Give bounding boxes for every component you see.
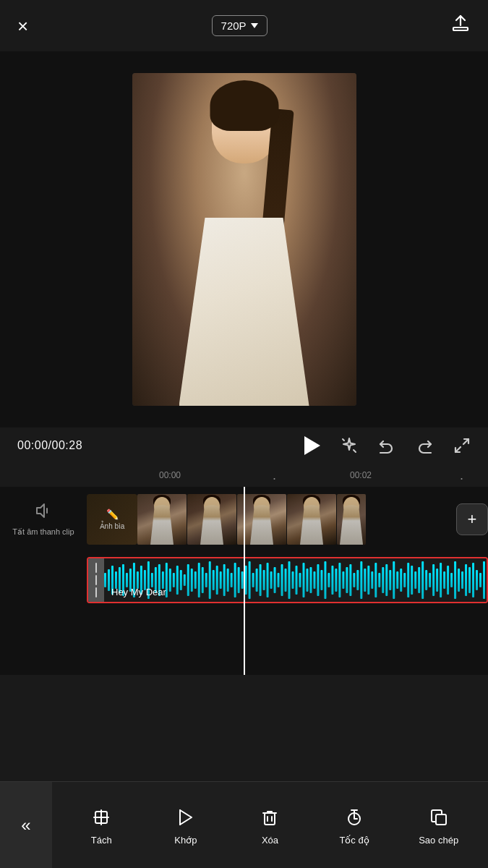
svg-rect-103 [447, 566, 449, 595]
svg-line-3 [343, 439, 344, 441]
back-button[interactable]: « [0, 782, 52, 868]
svg-rect-49 [252, 573, 254, 587]
audio-track[interactable]: Hey My Dear [87, 557, 488, 603]
svg-rect-111 [476, 570, 478, 590]
speed-icon-wrapper [344, 804, 364, 830]
frame-hair-4 [303, 495, 320, 506]
magic-button[interactable] [341, 437, 358, 454]
svg-rect-93 [411, 566, 413, 595]
redo-button[interactable] [416, 437, 433, 454]
tocdo-label: Tốc độ [339, 835, 369, 846]
handle-line-3 [95, 587, 97, 597]
svg-rect-101 [440, 563, 442, 597]
svg-rect-64 [306, 569, 308, 592]
frame-body-4 [297, 505, 326, 545]
svg-rect-52 [263, 570, 265, 590]
fullscreen-icon [453, 437, 471, 454]
svg-rect-90 [400, 569, 402, 592]
svg-marker-117 [180, 810, 192, 825]
frame-hair-2 [203, 495, 221, 506]
svg-rect-77 [353, 573, 355, 587]
svg-rect-71 [331, 566, 333, 595]
svg-rect-82 [371, 571, 373, 589]
svg-rect-54 [270, 571, 273, 589]
svg-rect-113 [483, 561, 485, 599]
svg-rect-86 [385, 564, 388, 596]
svg-rect-32 [191, 569, 193, 592]
add-icon: + [468, 511, 477, 527]
copy-icon-wrapper [429, 804, 449, 830]
svg-rect-58 [285, 569, 287, 592]
match-icon [176, 807, 196, 827]
svg-rect-119 [265, 813, 275, 825]
svg-rect-102 [443, 571, 445, 589]
quality-selector[interactable]: 720P [212, 15, 267, 36]
upload-button[interactable] [450, 13, 471, 38]
copy-icon [429, 807, 449, 827]
audio-waveform-area: Hey My Dear [104, 558, 487, 602]
svg-rect-95 [418, 567, 420, 593]
svg-rect-63 [302, 563, 304, 597]
mute-track-left: Tất âm thanh clip [0, 501, 87, 537]
photo-background [132, 73, 356, 406]
svg-rect-89 [396, 571, 398, 589]
svg-line-2 [354, 450, 356, 452]
svg-rect-80 [364, 569, 366, 592]
audio-track-handle [88, 558, 104, 602]
svg-rect-28 [176, 566, 179, 595]
svg-rect-27 [173, 573, 175, 587]
hair-shape [210, 80, 278, 131]
fullscreen-button[interactable] [453, 437, 471, 454]
toolbar-item-tach[interactable]: Tách [80, 804, 123, 846]
svg-rect-108 [465, 564, 467, 596]
film-frame-5 [337, 494, 366, 545]
xoa-label: Xóa [262, 835, 278, 846]
svg-marker-6 [37, 504, 44, 517]
svg-rect-110 [472, 563, 474, 597]
svg-rect-31 [187, 564, 189, 596]
svg-rect-76 [349, 564, 351, 596]
delete-icon-wrapper [260, 804, 280, 830]
svg-rect-105 [454, 561, 456, 599]
frame-hair-3 [253, 495, 270, 506]
svg-rect-79 [360, 561, 362, 599]
toolbar-item-khop[interactable]: Khớp [164, 804, 207, 846]
frame-hair-5 [343, 495, 360, 506]
tach-label: Tách [91, 835, 112, 846]
split-icon [91, 807, 111, 827]
frame-body-3 [247, 505, 276, 545]
frame-head-5 [343, 497, 359, 515]
svg-rect-68 [320, 570, 322, 590]
svg-rect-36 [205, 573, 207, 587]
svg-rect-41 [223, 564, 226, 596]
add-clip-button[interactable]: + [456, 503, 488, 535]
ruler-mark-0: 00:00 [159, 470, 181, 480]
svg-rect-45 [238, 567, 240, 593]
play-button[interactable] [304, 436, 320, 455]
mute-icon-wrapper[interactable] [34, 501, 53, 524]
toolbar-item-xoa[interactable]: Xóa [248, 804, 291, 846]
svg-rect-67 [317, 564, 319, 596]
cover-thumbnail[interactable]: ✏️ Ảnh bìa [87, 494, 137, 545]
time-display: 00:00/00:28 [17, 439, 82, 452]
video-track-content: ✏️ Ảnh bìa [87, 490, 488, 548]
svg-rect-9 [108, 569, 110, 591]
svg-rect-60 [292, 571, 294, 589]
close-button[interactable]: × [17, 17, 28, 35]
svg-rect-75 [346, 567, 348, 593]
svg-rect-8 [104, 573, 106, 587]
svg-rect-33 [194, 571, 197, 589]
controls-right [304, 436, 471, 455]
film-frame-4 [287, 494, 336, 545]
toolbar-item-tocdo[interactable]: Tốc độ [333, 804, 376, 846]
toolbar-item-saochep[interactable]: Sao chép [417, 804, 461, 846]
audio-track-name: Hey My Dear [111, 587, 166, 597]
svg-rect-26 [169, 569, 171, 592]
svg-rect-94 [414, 571, 416, 589]
svg-rect-40 [220, 571, 222, 589]
svg-rect-59 [288, 561, 291, 599]
svg-rect-43 [231, 573, 233, 587]
undo-button[interactable] [378, 437, 395, 454]
ruler-dot-2: · [460, 471, 463, 486]
chevron-down-icon [251, 23, 258, 28]
